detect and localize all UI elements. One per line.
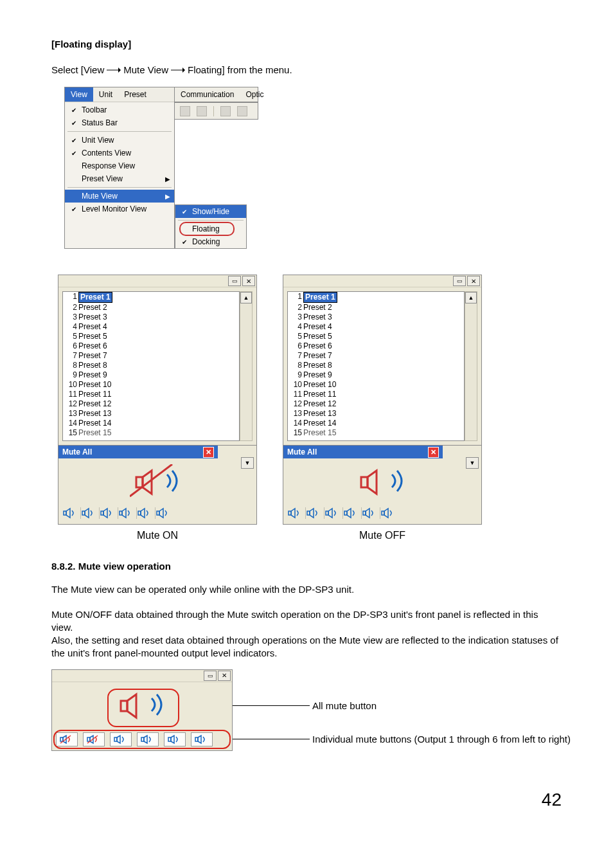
scroll-up-icon[interactable]: ▲ <box>465 292 477 303</box>
mute-ch-button[interactable] <box>155 507 173 519</box>
muteview-submenu: Show/Hide Floating Docking <box>175 204 247 249</box>
close-icon[interactable]: ✕ <box>218 671 231 681</box>
list-item[interactable]: 1Preset 1 <box>63 292 239 303</box>
list-item[interactable]: 11Preset 11 <box>288 390 464 399</box>
mute-ch-button[interactable] <box>81 507 100 519</box>
close-icon[interactable]: ✕ <box>203 447 214 458</box>
list-item[interactable]: 4Preset 4 <box>288 322 464 332</box>
tool-icon[interactable] <box>197 106 207 116</box>
restore-icon[interactable] <box>204 671 217 681</box>
tool-icon[interactable] <box>220 106 231 116</box>
menu-item-levelmonitor[interactable]: Level Monitor View <box>65 203 174 215</box>
list-item[interactable]: 6Preset 6 <box>63 341 239 351</box>
svg-marker-32 <box>384 509 388 518</box>
mute-ch-button[interactable] <box>306 507 324 519</box>
submenu-floating[interactable]: Floating <box>175 222 246 235</box>
list-item[interactable]: 3Preset 3 <box>63 312 239 322</box>
mute-ch-button[interactable] <box>56 732 78 746</box>
list-item[interactable]: 15Preset 15 <box>288 428 464 438</box>
mute-ch-button[interactable] <box>137 507 155 519</box>
scrollbar[interactable]: ▲ <box>465 291 477 441</box>
menu-bar: View Unit Preset <box>65 87 174 102</box>
mute-ch-button[interactable] <box>83 732 105 746</box>
list-item[interactable]: 7Preset 7 <box>288 351 464 361</box>
list-item[interactable]: 11Preset 11 <box>63 390 239 399</box>
submenu-arrow-icon: ▶ <box>165 176 170 183</box>
restore-icon[interactable] <box>228 276 241 286</box>
list-item[interactable]: 14Preset 14 <box>63 419 239 428</box>
mute-ch-button[interactable] <box>110 732 132 746</box>
check-icon <box>70 106 78 114</box>
submenu-docking[interactable]: Docking <box>175 235 246 248</box>
list-item[interactable]: 10Preset 10 <box>288 380 464 390</box>
menu-optic[interactable]: Optic <box>240 87 269 102</box>
svg-marker-1 <box>118 68 121 73</box>
mute-ch-button[interactable] <box>118 507 137 519</box>
restore-icon[interactable] <box>453 276 466 286</box>
list-item[interactable]: 7Preset 7 <box>63 351 239 361</box>
close-icon[interactable]: ✕ <box>428 447 439 458</box>
submenu-showhide[interactable]: Show/Hide <box>175 205 246 218</box>
list-item[interactable]: 14Preset 14 <box>288 419 464 428</box>
svg-marker-24 <box>310 509 314 518</box>
mute-ch-button[interactable] <box>191 732 213 746</box>
mute-ch-button[interactable] <box>362 507 380 519</box>
list-item[interactable]: 4Preset 4 <box>63 322 239 332</box>
list-item[interactable]: 9Preset 9 <box>288 370 464 380</box>
scrollbar[interactable]: ▲ <box>240 291 253 441</box>
list-item[interactable]: 12Preset 12 <box>63 399 239 409</box>
sound-waves-icon <box>149 691 167 721</box>
list-item[interactable]: 2Preset 2 <box>288 303 464 312</box>
scroll-down-icon[interactable]: ▼ <box>466 457 479 469</box>
panel-titlebar: ✕ <box>52 670 232 682</box>
mute-all-titlebar[interactable]: Mute All ✕ <box>283 446 443 458</box>
scroll-down-icon[interactable]: ▼ <box>241 457 254 469</box>
mute-ch-button[interactable] <box>287 507 306 519</box>
list-item[interactable]: 8Preset 8 <box>288 361 464 370</box>
mute-ch-button[interactable] <box>380 507 398 519</box>
close-icon[interactable]: ✕ <box>467 276 480 286</box>
tool-icon[interactable] <box>180 106 190 116</box>
list-item[interactable]: 2Preset 2 <box>63 303 239 312</box>
scroll-up-icon[interactable]: ▲ <box>240 292 252 303</box>
mute-ch-button[interactable] <box>62 507 81 519</box>
list-item[interactable]: 1Preset 1 <box>288 292 464 303</box>
menu-separator <box>67 131 172 132</box>
list-item[interactable]: 15Preset 15 <box>63 428 239 438</box>
menu-communication[interactable]: Communication <box>175 87 240 102</box>
list-item[interactable]: 6Preset 6 <box>288 341 464 351</box>
list-item[interactable]: 3Preset 3 <box>288 312 464 322</box>
preset-list[interactable]: 1Preset 1 2Preset 2 3Preset 3 4Preset 4 … <box>62 291 240 441</box>
list-item[interactable]: 9Preset 9 <box>63 370 239 380</box>
mute-ch-button[interactable] <box>137 732 159 746</box>
menu-unit[interactable]: Unit <box>93 87 118 102</box>
menu-item-contentsview[interactable]: Contents View <box>65 147 174 159</box>
mute-ch-button[interactable] <box>324 507 343 519</box>
mute-ch-button[interactable] <box>343 507 362 519</box>
tool-icon[interactable] <box>237 106 247 116</box>
mute-all-button[interactable] <box>132 467 182 498</box>
mute-all-titlebar[interactable]: Mute All ✕ <box>58 446 218 458</box>
menu-view[interactable]: View <box>65 87 93 102</box>
menu-item-presetview[interactable]: Preset View▶ <box>65 172 174 185</box>
menu-item-responseview[interactable]: Response View <box>65 159 174 172</box>
menu-item-muteview[interactable]: Mute View▶ <box>65 190 174 203</box>
mute-all-button[interactable] <box>117 691 167 721</box>
list-item[interactable]: 5Preset 5 <box>288 332 464 341</box>
list-item[interactable]: 5Preset 5 <box>63 332 239 341</box>
menu-item-statusbar[interactable]: Status Bar <box>65 116 174 129</box>
list-item[interactable]: 10Preset 10 <box>63 380 239 390</box>
list-item[interactable]: 12Preset 12 <box>288 399 464 409</box>
menu-item-unitview[interactable]: Unit View <box>65 134 174 147</box>
menu-item-toolbar[interactable]: Toolbar <box>65 104 174 116</box>
menu-preset[interactable]: Preset <box>118 87 152 102</box>
list-item[interactable]: 13Preset 13 <box>63 409 239 419</box>
arrow-icon <box>107 67 121 73</box>
preset-list[interactable]: 1Preset 1 2Preset 2 3Preset 3 4Preset 4 … <box>287 291 465 441</box>
list-item[interactable]: 8Preset 8 <box>63 361 239 370</box>
mute-ch-button[interactable] <box>164 732 186 746</box>
mute-all-button[interactable] <box>357 467 407 498</box>
list-item[interactable]: 13Preset 13 <box>288 409 464 419</box>
mute-ch-button[interactable] <box>100 507 118 519</box>
close-icon[interactable]: ✕ <box>242 276 255 286</box>
